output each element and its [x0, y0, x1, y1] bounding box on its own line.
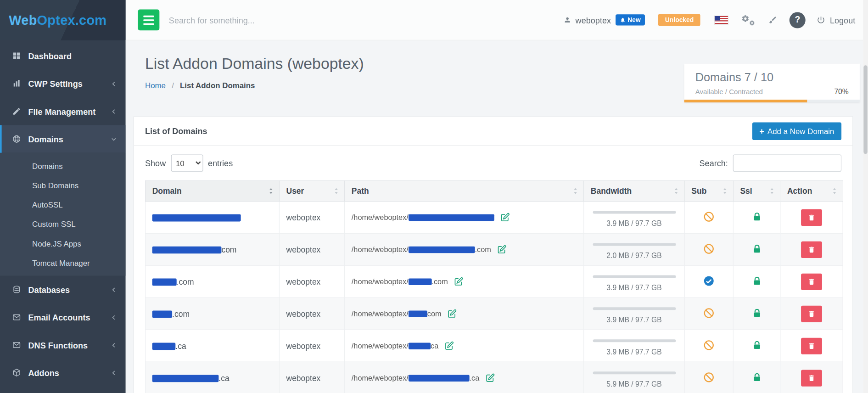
sub-disabled-icon[interactable] — [703, 371, 715, 383]
sidebar-subitem-custom-ssl[interactable]: Custom SSL — [0, 214, 126, 234]
domain-suffix: .com — [177, 277, 194, 286]
gear-icon — [749, 20, 755, 26]
column-header-ssl[interactable]: Ssl — [733, 181, 780, 202]
logout-button[interactable]: Logout — [817, 15, 855, 25]
cell-sub — [684, 298, 733, 330]
page-scrollbar[interactable] — [863, 0, 868, 393]
edit-path-icon[interactable] — [448, 309, 457, 319]
bandwidth-bar — [593, 339, 676, 342]
sub-enabled-icon[interactable] — [703, 275, 715, 286]
unlocked-badge[interactable]: Unlocked — [658, 14, 700, 26]
sidebar-subitem-domains[interactable]: Domains — [0, 156, 126, 175]
edit-path-icon[interactable] — [454, 277, 464, 286]
column-header-bandwidth[interactable]: Bandwidth — [584, 181, 684, 202]
sort-icon — [721, 186, 729, 195]
path-redacted — [409, 375, 470, 382]
column-header-user[interactable]: User — [279, 181, 344, 202]
scrollbar-thumb[interactable] — [863, 65, 867, 154]
sidebar-subitem-autossl[interactable]: AutoSSL — [0, 195, 126, 214]
sidebar-item-dns-functions[interactable]: DNS Functions — [0, 331, 126, 359]
domain-redacted — [152, 278, 177, 286]
bandwidth-bar — [593, 307, 676, 310]
bandwidth-label: 5.9 MB / 97.7 GB — [588, 380, 681, 388]
sidebar-subitem-tomcat-manager[interactable]: Tomcat Manager — [0, 253, 126, 272]
column-header-sub[interactable]: Sub — [684, 181, 733, 202]
cell-action — [780, 298, 843, 330]
trash-icon — [808, 310, 816, 318]
domain-redacted — [152, 214, 241, 221]
breadcrumb-home-link[interactable]: Home — [145, 81, 166, 90]
sidebar-subitem-nodejs-apps[interactable]: Node.JS Apps — [0, 234, 126, 253]
edit-path-icon[interactable] — [497, 245, 507, 254]
chevron-left-icon — [111, 286, 117, 292]
sub-disabled-icon[interactable] — [703, 211, 715, 222]
cell-sub — [684, 233, 733, 265]
sidebar-item-cwp-settings[interactable]: CWP Settings — [0, 70, 126, 97]
brand-logo-text: Web — [9, 12, 37, 28]
cell-ssl — [733, 298, 780, 330]
sidebar-item-dashboard[interactable]: Dashboard — [0, 42, 126, 70]
ssl-lock-icon[interactable] — [751, 308, 762, 318]
sidebar-item-databases[interactable]: Databases — [0, 276, 126, 303]
add-domain-button[interactable]: + Add a New Domain — [752, 122, 841, 140]
settings-gears-icon[interactable] — [741, 14, 755, 26]
delete-domain-button[interactable] — [801, 273, 822, 290]
panel-title: List of Domains — [145, 126, 207, 136]
sidebar-item-file-management[interactable]: File Management — [0, 97, 126, 125]
brand-logo[interactable]: WebOptex.com — [0, 0, 126, 40]
page-size-select[interactable]: 10 — [171, 154, 203, 171]
main-area: weboptex New Unlocked ? Logo — [126, 0, 863, 393]
column-header-path[interactable]: Path — [345, 181, 584, 202]
path-prefix: /home/weboptex/ — [352, 213, 409, 221]
cell-bandwidth: 5.9 MB / 97.7 GB — [584, 362, 684, 393]
sidebar-item-domains[interactable]: Domains — [0, 125, 126, 153]
table-search-input[interactable] — [733, 154, 841, 171]
delete-domain-button[interactable] — [801, 241, 822, 258]
sidebar-item-addons[interactable]: Addons — [0, 359, 126, 386]
edit-path-icon[interactable] — [444, 341, 454, 351]
column-header-domain[interactable]: Domain — [146, 181, 280, 202]
ssl-lock-icon[interactable] — [751, 340, 762, 350]
new-badge[interactable]: New — [616, 14, 645, 25]
topbar-right: weboptex New Unlocked ? Logo — [564, 12, 855, 28]
cell-user: weboptex — [279, 233, 344, 265]
sub-disabled-icon[interactable] — [703, 339, 715, 351]
path-prefix: /home/weboptex/ — [352, 277, 409, 286]
table-controls: Show 10 entries Search: — [134, 146, 852, 178]
ssl-lock-icon[interactable] — [751, 211, 762, 222]
user-menu[interactable]: weboptex — [564, 15, 611, 25]
cwp-admin-page: WebOptex.com Dashboard CWP Settings File… — [0, 0, 868, 393]
sidebar-item-email-accounts[interactable]: Email Accounts — [0, 303, 126, 331]
theme-brush-icon[interactable] — [768, 16, 777, 24]
ssl-lock-icon[interactable] — [751, 275, 762, 286]
delete-domain-button[interactable] — [801, 305, 822, 322]
cell-action — [780, 233, 843, 265]
sub-disabled-icon[interactable] — [703, 307, 715, 319]
sort-icon — [267, 186, 275, 195]
envelope-icon — [12, 313, 21, 321]
global-search-input[interactable] — [169, 15, 352, 25]
plus-icon: + — [759, 127, 764, 135]
delete-domain-button[interactable] — [801, 337, 822, 354]
menu-toggle-button[interactable] — [138, 10, 159, 31]
delete-domain-button[interactable] — [801, 209, 822, 225]
cell-domain: .com — [146, 298, 280, 330]
help-icon[interactable]: ? — [790, 12, 806, 28]
edit-path-icon[interactable] — [500, 213, 510, 222]
sub-disabled-icon[interactable] — [703, 243, 715, 254]
us-flag-icon[interactable] — [715, 16, 728, 24]
delete-domain-button[interactable] — [801, 370, 822, 386]
ssl-lock-icon[interactable] — [751, 372, 762, 382]
path-suffix: com — [427, 309, 442, 318]
sidebar-subitem-sub-domains[interactable]: Sub Domains — [0, 175, 126, 195]
panel-header: List of Domains + Add a New Domain — [134, 117, 852, 146]
cell-bandwidth: 3.9 MB / 97.7 GB — [584, 201, 684, 233]
cell-sub — [684, 362, 733, 393]
column-header-action[interactable]: Action — [780, 181, 843, 202]
edit-path-icon[interactable] — [485, 373, 495, 383]
trash-icon — [808, 374, 816, 382]
bandwidth-bar — [593, 211, 676, 213]
list-of-domains-panel: List of Domains + Add a New Domain Show … — [134, 116, 853, 393]
path-redacted — [409, 311, 427, 317]
ssl-lock-icon[interactable] — [751, 243, 762, 254]
